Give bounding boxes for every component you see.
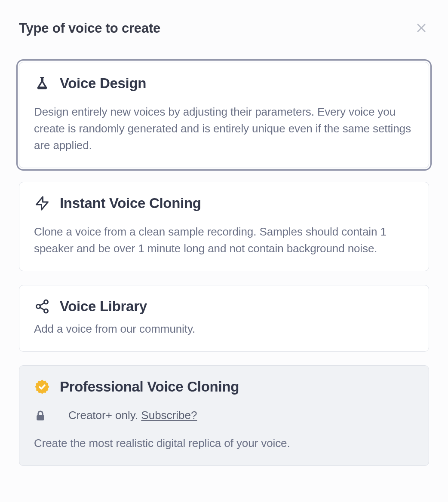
modal-header: Type of voice to create [19,21,429,36]
svg-line-7 [40,307,44,310]
svg-rect-8 [37,415,44,420]
lock-row: Creator+ only. Subscribe? [34,407,414,422]
subscribe-link[interactable]: Subscribe? [141,409,197,422]
card-header: Voice Library [34,298,414,315]
flask-icon [34,75,50,92]
close-button[interactable] [414,21,429,36]
card-header: Instant Voice Cloning [34,195,414,211]
card-description: Clone a voice from a clean sample record… [34,223,414,257]
lock-label: Creator+ only. [68,409,141,422]
card-description: Design entirely new voices by adjusting … [34,104,414,154]
option-professional-cloning[interactable]: Professional Voice Cloning Creator+ only… [19,365,429,466]
card-description: Add a voice from our community. [34,321,414,337]
card-title: Professional Voice Cloning [60,379,239,395]
card-header: Voice Design [34,75,414,92]
svg-line-6 [40,303,44,306]
lightning-icon [34,195,50,211]
card-title: Instant Voice Cloning [60,195,201,211]
svg-marker-2 [37,197,48,210]
option-cards: Voice Design Design entirely new voices … [19,62,429,466]
option-voice-library[interactable]: Voice Library Add a voice from our commu… [19,285,429,352]
option-voice-design[interactable]: Voice Design Design entirely new voices … [19,62,429,168]
share-icon [34,298,50,315]
card-description: Create the most realistic digital replic… [34,435,414,452]
card-title: Voice Library [60,298,147,315]
card-title: Voice Design [60,75,146,92]
card-header: Professional Voice Cloning [34,379,414,395]
lock-icon [34,409,47,422]
modal-title: Type of voice to create [19,21,160,36]
option-instant-cloning[interactable]: Instant Voice Cloning Clone a voice from… [19,182,429,271]
lock-message: Creator+ only. Subscribe? [68,409,197,422]
close-icon [415,22,427,35]
verified-badge-icon [34,379,50,395]
